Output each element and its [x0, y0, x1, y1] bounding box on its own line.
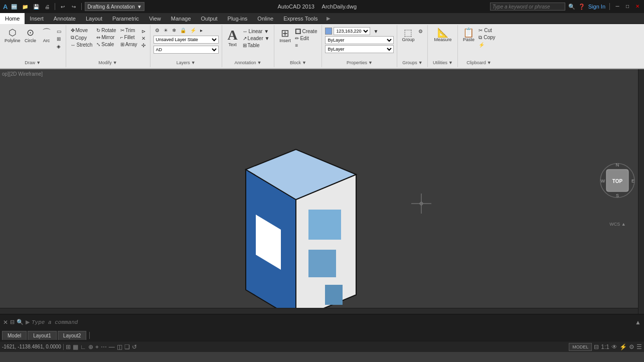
menu-express-tools[interactable]: Express Tools [278, 13, 323, 24]
wcs-label[interactable]: WCS ▲ [599, 222, 636, 227]
menu-view[interactable]: View [144, 13, 166, 24]
help-icon[interactable]: ❓ [578, 4, 585, 10]
grid-display-icon[interactable]: ▦ [73, 343, 78, 350]
rotate-button[interactable]: ↻ Rotate [95, 27, 117, 34]
sign-in-button[interactable]: Sign In [588, 4, 605, 10]
color-more-button[interactable]: ▼ [372, 28, 380, 35]
table-button[interactable]: ⊞ Table [241, 42, 271, 49]
lineweight-dropdown[interactable]: ByLayer [325, 45, 394, 53]
toolbar-btn[interactable]: ☰ [636, 343, 642, 350]
edit-block-button[interactable]: ✏ Edit [293, 35, 318, 42]
viewport-icon[interactable]: ⊟ [594, 343, 599, 350]
quick-access-new[interactable]: 🆕 [10, 2, 19, 11]
menu-annotate[interactable]: Annotate [49, 13, 81, 24]
text-button[interactable]: A Text [225, 27, 240, 48]
canvas-area[interactable]: op][2D Wireframe] N S [0, 69, 644, 314]
menu-home[interactable]: Home [0, 13, 25, 24]
copy-button[interactable]: ⧉ Copy [69, 34, 94, 41]
draw-label[interactable]: Draw▼ [25, 59, 41, 66]
annotation-label[interactable]: Annotation▼ [235, 59, 262, 66]
scrollbar-vertical[interactable] [638, 69, 644, 314]
annotation-scale[interactable]: 1:1 [601, 343, 609, 350]
stretch-button[interactable]: ↔ Stretch [69, 42, 94, 48]
matchprop-button[interactable]: ⚡ [477, 42, 497, 48]
arc-button[interactable]: ⌒ Arc [39, 27, 54, 44]
mirror-button[interactable]: ⇔ Mirror [95, 34, 117, 41]
leader-button[interactable]: ↗ Leader ▼ [241, 35, 271, 42]
menu-parametric[interactable]: Parametric [107, 13, 144, 24]
menu-layout[interactable]: Layout [81, 13, 107, 24]
lw-icon[interactable]: — [109, 343, 115, 350]
copy-clip-button[interactable]: ⧉ Copy [477, 34, 497, 41]
minimize-button[interactable]: ─ [614, 3, 621, 10]
annotation-vis-icon[interactable]: 👁 [611, 343, 617, 350]
polyline-button[interactable]: ⬡ Polyline [3, 27, 22, 44]
utilities-label[interactable]: Utilities▼ [433, 59, 453, 66]
trans-icon[interactable]: ◫ [117, 343, 122, 350]
scale-button[interactable]: ⤡ Scale [95, 41, 117, 48]
color-dropdown[interactable]: 123,163,220 [334, 27, 370, 35]
erase-button[interactable]: ✕ [140, 35, 147, 42]
ortho-icon[interactable]: ∟ [80, 343, 86, 350]
quick-access-print[interactable]: 🖨 [43, 2, 52, 11]
block-label[interactable]: Block▼ [290, 59, 306, 66]
linetype-dropdown[interactable]: ByLayer [325, 36, 394, 44]
modify-label[interactable]: Modify▼ [98, 59, 117, 66]
quick-access-save[interactable]: 💾 [32, 2, 41, 11]
groups-label[interactable]: Groups▼ [402, 59, 422, 66]
workspace-dropdown[interactable]: Drafting & Annotation ▼ [85, 2, 144, 11]
menu-output[interactable]: Output [196, 13, 223, 24]
clipboard-label[interactable]: Clipboard▼ [466, 59, 491, 66]
layer-more-button[interactable]: ▸ [199, 27, 204, 34]
menu-insert[interactable]: Insert [25, 13, 49, 24]
paste-button[interactable]: 📋 Paste [461, 27, 476, 43]
explode-button[interactable]: ✣ [140, 42, 147, 49]
menu-manage[interactable]: Manage [166, 13, 196, 24]
quick-access-undo[interactable]: ↩ [58, 2, 67, 11]
tab-layout2[interactable]: Layout2 [58, 331, 87, 340]
hatch-button[interactable]: ⊞ [55, 36, 63, 42]
command-close-button[interactable]: ✕ [3, 319, 8, 326]
rect-button[interactable]: ▭ [55, 28, 63, 35]
tab-model[interactable]: Model [2, 331, 27, 340]
color-swatch[interactable] [325, 28, 332, 35]
command-search-icon[interactable]: 🔍 [17, 319, 24, 325]
snap-icon[interactable]: ⌖ [95, 343, 99, 350]
qp-icon[interactable]: ❑ [124, 343, 130, 350]
menu-plugins[interactable]: Plug-ins [223, 13, 253, 24]
polar-icon[interactable]: ⊕ [88, 343, 93, 350]
scrollbar-horizontal[interactable] [0, 308, 638, 314]
layer-props-button[interactable]: ⚙ [153, 27, 161, 34]
command-expand-icon[interactable]: ▲ [635, 319, 641, 326]
search-icon[interactable]: 🔍 [568, 4, 575, 10]
menu-online[interactable]: Online [252, 13, 278, 24]
offset-button[interactable]: ⊳ [140, 28, 147, 35]
group-more-button[interactable]: ⚙ [417, 28, 424, 35]
tab-layout1[interactable]: Layout1 [28, 331, 57, 340]
region-button[interactable]: ◈ [55, 43, 63, 50]
insert-button[interactable]: ⊞ Insert [277, 27, 292, 44]
properties-label[interactable]: Properties▼ [347, 59, 373, 66]
group-button[interactable]: ⬚ Group [400, 27, 416, 43]
close-button[interactable]: ✕ [634, 3, 641, 10]
nav-cube[interactable]: N S E W TOP WCS ▲ [599, 162, 636, 227]
dyn-icon[interactable]: ⋯ [101, 343, 107, 350]
circle-button[interactable]: ⊙ Circle [23, 27, 38, 44]
layer-name-dropdown[interactable]: AD [153, 46, 219, 54]
menu-more[interactable]: ▶ [323, 15, 335, 22]
sel-cycling-icon[interactable]: ↺ [132, 343, 137, 350]
layer-freeze-button[interactable]: ❄ [171, 27, 178, 34]
search-input[interactable] [490, 3, 565, 11]
quick-access-redo[interactable]: ↪ [69, 2, 78, 11]
quick-access-open[interactable]: 📁 [21, 2, 30, 11]
move-button[interactable]: ✥ Move [69, 27, 94, 34]
cut-button[interactable]: ✂ Cut [477, 27, 497, 34]
workspace-settings-icon[interactable]: ⚙ [629, 343, 634, 350]
array-button[interactable]: ⊞ Array [119, 41, 139, 48]
maximize-button[interactable]: □ [624, 3, 631, 10]
snap-grid-icon[interactable]: ⊞ [66, 343, 71, 350]
measure-button[interactable]: 📐 Measure [432, 27, 453, 43]
layer-state-dropdown[interactable]: Unsaved Layer State [153, 36, 219, 44]
command-input[interactable] [32, 319, 633, 325]
layer-match-button[interactable]: ⚡ [189, 27, 198, 34]
